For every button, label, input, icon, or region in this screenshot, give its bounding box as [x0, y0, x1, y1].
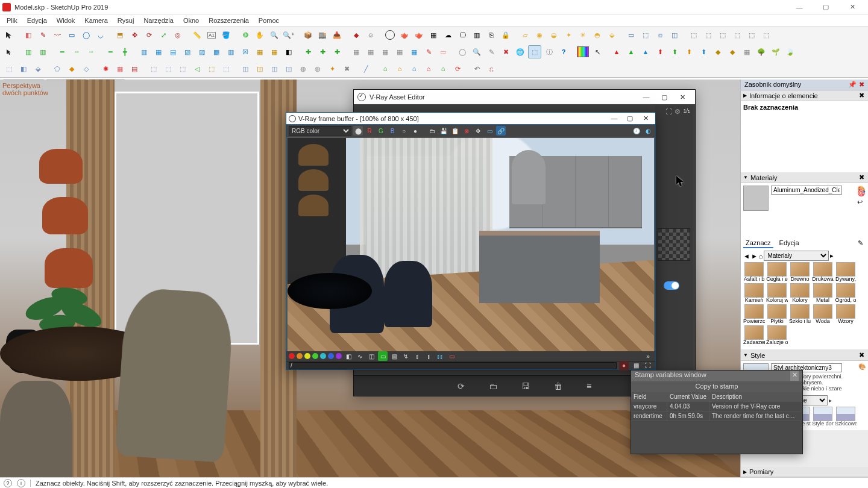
- vfb-track-icon[interactable]: ✥: [473, 126, 483, 136]
- edit-icon[interactable]: ✎: [485, 45, 498, 58]
- cube-1-icon[interactable]: ⬚: [147, 62, 160, 75]
- vfb-path-input[interactable]: [289, 362, 617, 369]
- tray-close-icon[interactable]: ✖: [859, 81, 864, 89]
- vfb-rec-icon[interactable]: ●: [619, 361, 629, 371]
- person-icon[interactable]: ☺: [364, 28, 377, 42]
- material-library-select[interactable]: Materiały: [764, 251, 829, 261]
- vray-proxy-icon[interactable]: ⬚: [639, 28, 652, 42]
- home-rot-icon[interactable]: ⟳: [451, 62, 464, 75]
- info-icon[interactable]: ⓘ: [542, 45, 556, 58]
- stamp-col-value[interactable]: Current Value: [667, 392, 709, 402]
- material-category[interactable]: Zadaszer: [743, 325, 765, 345]
- bush-icon[interactable]: 🌱: [769, 45, 782, 58]
- plus-1-icon[interactable]: ✚: [301, 45, 315, 58]
- redo-icon[interactable]: ⎌: [485, 62, 498, 75]
- style-item[interactable]: Style dor: [812, 407, 834, 427]
- vray-infinite-plane-icon[interactable]: ▭: [624, 28, 638, 42]
- vae-minimize[interactable]: ―: [637, 93, 655, 101]
- vray-util-4-icon[interactable]: ⬚: [731, 28, 744, 42]
- r3-1-icon[interactable]: ◫: [239, 62, 252, 75]
- roof-2-icon[interactable]: ▲: [624, 45, 638, 58]
- vray-clipper-icon[interactable]: ◫: [668, 28, 681, 42]
- line-tool-icon[interactable]: ✎: [36, 28, 49, 42]
- cc-hist-icon[interactable]: ◧: [344, 351, 353, 361]
- vray-export-icon[interactable]: ⎘: [485, 28, 498, 42]
- vfb-region-icon[interactable]: ▭: [485, 126, 494, 136]
- grid-4-icon[interactable]: ▦: [393, 45, 406, 58]
- vfb-minimize[interactable]: ―: [607, 114, 621, 122]
- cc-lut-icon[interactable]: ▤: [389, 351, 399, 361]
- tape-tool-icon[interactable]: 📏: [190, 28, 204, 42]
- roof-8-icon[interactable]: ◆: [711, 45, 725, 58]
- material-tab-select[interactable]: Zaznacz: [743, 239, 773, 248]
- grid-1-icon[interactable]: ▦: [350, 45, 363, 58]
- zoom-tool-icon[interactable]: 🔍: [268, 28, 281, 42]
- cc-dot-yellow[interactable]: [304, 353, 310, 359]
- help-icon[interactable]: ?: [557, 45, 570, 58]
- vfb-close[interactable]: ✕: [638, 114, 653, 122]
- home-g-icon[interactable]: ⌂: [379, 62, 392, 75]
- shape-1-icon[interactable]: ⬠: [51, 62, 64, 75]
- vray-util-1-icon[interactable]: ⬚: [687, 28, 700, 42]
- rectangle-tool-icon[interactable]: ▭: [65, 28, 78, 42]
- plane-2-icon[interactable]: ▦: [152, 45, 165, 58]
- cc-dot-green[interactable]: [312, 353, 318, 359]
- vray-vfb-icon[interactable]: 🖵: [456, 28, 469, 42]
- material-preview[interactable]: [743, 186, 769, 211]
- vae-save-icon[interactable]: 🖫: [521, 381, 530, 391]
- vray-logo-icon[interactable]: [383, 28, 397, 42]
- vray-lock-icon[interactable]: 🔒: [499, 28, 512, 42]
- vray-cloud-icon[interactable]: ☁: [441, 28, 454, 42]
- menu-rozszerzenia[interactable]: Rozszerzenia: [204, 16, 253, 25]
- roof-3-icon[interactable]: ▲: [639, 45, 652, 58]
- vray-util-3-icon[interactable]: ⬚: [716, 28, 729, 42]
- vae-trash-icon[interactable]: 🗑: [554, 381, 562, 391]
- freehand-tool-icon[interactable]: 〰: [51, 28, 64, 42]
- vray-batch-icon[interactable]: ▥: [470, 28, 483, 42]
- vae-close[interactable]: ✕: [673, 93, 691, 101]
- cc-dot-red[interactable]: [289, 353, 295, 359]
- panel-materials-head[interactable]: ▼Materiały✖: [741, 172, 868, 183]
- material-category[interactable]: Wzory: [835, 304, 857, 324]
- arc-tool-icon[interactable]: ◡: [94, 28, 107, 42]
- material-category[interactable]: Ogród, o: [835, 283, 857, 303]
- home-b-icon[interactable]: ⌂: [407, 62, 421, 75]
- panel-materials-close-icon[interactable]: ✖: [857, 174, 866, 181]
- vfb-mono-icon[interactable]: ●: [410, 126, 420, 136]
- vray-fur-icon[interactable]: ⧈: [653, 28, 667, 42]
- text-tool-icon[interactable]: A1: [205, 28, 218, 42]
- home-r-icon[interactable]: ⌂: [422, 62, 435, 75]
- delete-icon[interactable]: ✖: [499, 45, 512, 58]
- zoom-extents-icon[interactable]: 🔍⁺: [282, 28, 295, 42]
- cc-ocio-icon[interactable]: ↯: [401, 351, 410, 361]
- material-category[interactable]: Powierzc: [743, 304, 765, 324]
- magnify-icon[interactable]: 🔍: [470, 45, 483, 58]
- material-category[interactable]: Asfalt i b: [743, 262, 765, 282]
- plane-8-icon[interactable]: ☒: [239, 45, 252, 58]
- plane-6-icon[interactable]: ▩: [210, 45, 223, 58]
- vray-viewport-icon[interactable]: ▦: [427, 28, 440, 42]
- vfb-r-chip[interactable]: R: [365, 126, 374, 136]
- material-category[interactable]: Dywany,: [835, 262, 857, 282]
- plane-7-icon[interactable]: ▥: [224, 45, 237, 58]
- menu-plik[interactable]: Plik: [2, 16, 22, 25]
- stamp-close[interactable]: ✕: [790, 371, 799, 381]
- rainbow-icon[interactable]: [576, 45, 590, 58]
- next-view-icon[interactable]: ▥: [36, 45, 49, 58]
- panel-styles-close-icon[interactable]: ✖: [857, 351, 866, 359]
- vfb-rgb-icon[interactable]: ⬤: [353, 126, 363, 136]
- material-category[interactable]: Koloruj w: [766, 283, 788, 303]
- nav-back-icon[interactable]: ◄: [743, 252, 750, 260]
- vray-util-2-icon[interactable]: ⬚: [702, 28, 715, 42]
- cc-dot-blue[interactable]: [328, 353, 334, 359]
- cc-dot-purple[interactable]: [336, 353, 342, 359]
- vray-interactive-icon[interactable]: 🫖: [412, 28, 426, 42]
- vfb-save-icon[interactable]: 💾: [439, 126, 448, 136]
- details-icon[interactable]: ▸: [830, 252, 834, 260]
- grid-2-icon[interactable]: ▦: [364, 45, 377, 58]
- vfb-link-icon[interactable]: 🔗: [496, 126, 506, 136]
- material-category[interactable]: Drewno: [789, 262, 811, 282]
- vae-titlebar[interactable]: V-Ray Asset Editor ― ▢ ✕: [354, 90, 695, 104]
- plane-1-icon[interactable]: ▥: [137, 45, 151, 58]
- vray-light-plane-icon[interactable]: ▱: [518, 28, 532, 42]
